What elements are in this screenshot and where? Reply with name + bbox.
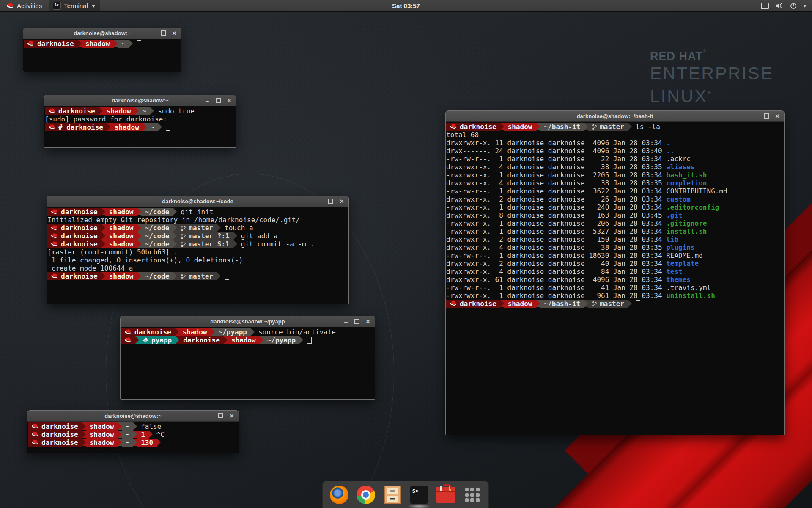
powerline-separator xyxy=(102,240,105,248)
output-text: uninstall.sh xyxy=(666,292,715,300)
minimize-button[interactable]: – xyxy=(207,413,213,419)
redhat-icon xyxy=(27,41,34,47)
powerline-separator xyxy=(129,40,133,47)
minimize-button[interactable]: – xyxy=(343,319,349,325)
output-text: drwxrwxr-x. 11 darknoise darknoise 4096 … xyxy=(446,139,666,147)
output-line: [master (root-commit) 50bcb63] . xyxy=(47,248,348,256)
terminal-window-code[interactable]: darknoise@shadow:~/code – × darknoisesha… xyxy=(47,196,349,304)
firefox-icon xyxy=(330,486,348,504)
window-titlebar[interactable]: darknoise@shadow:~/bash-it – × xyxy=(446,111,784,122)
output-text: drwxrwxr-x. 61 darknoise darknoise 4096 … xyxy=(446,276,666,284)
terminal-window-home-small[interactable]: darknoise@shadow:~ – × darknoiseshadow~ xyxy=(23,28,181,72)
output-line: -rwxrwxr-x. 1 darknoise darknoise 206 Ja… xyxy=(446,219,784,227)
close-button[interactable]: × xyxy=(365,319,371,325)
window-titlebar[interactable]: darknoise@shadow:~/code – × xyxy=(47,196,348,207)
dock-item-toolbox[interactable] xyxy=(436,485,455,505)
terminal-content[interactable]: darknoiseshadow~/codegit initInitialized… xyxy=(47,207,348,304)
terminal-content[interactable]: darknoiseshadow~ xyxy=(23,39,181,72)
prompt-line: darknoiseshadow~1^C xyxy=(28,431,239,439)
close-button[interactable]: × xyxy=(226,98,232,104)
output-line: drwxrwxr-x. 4 darknoise darknoise 38 Jan… xyxy=(446,179,784,187)
terminal-content[interactable]: darknoiseshadow~falsedarknoiseshadow~1^C… xyxy=(27,422,239,453)
powerline-separator xyxy=(500,123,504,130)
output-text: README.md xyxy=(666,251,703,260)
redhat-icon xyxy=(32,440,38,445)
prompt-segment-path: ~ xyxy=(139,107,151,115)
powerline-separator xyxy=(102,232,105,240)
maximize-button[interactable] xyxy=(328,199,334,204)
powerline-separator xyxy=(118,422,122,430)
maximize-button[interactable] xyxy=(160,30,166,36)
powerline-separator xyxy=(176,336,179,344)
maximize-button[interactable] xyxy=(215,98,221,104)
output-text: drwx------. 24 darknoise darknoise 4096 … xyxy=(446,147,666,155)
output-line: [sudo] password for darknoise: xyxy=(45,115,236,123)
dock-item-app-grid[interactable] xyxy=(463,485,482,505)
powerline-separator xyxy=(173,240,177,248)
window-titlebar[interactable]: darknoise@shadow:~/pyapp – × xyxy=(121,316,375,327)
powerline-separator xyxy=(158,123,162,131)
output-text: test xyxy=(666,268,683,276)
window-titlebar[interactable]: darknoise@shadow:~ – × xyxy=(23,28,181,39)
powerline-separator xyxy=(536,123,540,130)
window-controls: – × xyxy=(317,199,348,204)
window-titlebar[interactable]: darknoise@shadow:~ – × xyxy=(27,411,239,422)
system-status-area[interactable]: ▾ xyxy=(761,3,812,9)
minimize-button[interactable]: – xyxy=(317,199,323,204)
dock: $> xyxy=(322,481,489,508)
close-button[interactable]: × xyxy=(774,113,780,119)
minimize-button[interactable]: – xyxy=(204,98,210,104)
prompt-line: darknoiseshadow~/codemaster S:1git commi… xyxy=(47,240,348,248)
output-line: drwx------. 24 darknoise darknoise 4096 … xyxy=(446,147,784,155)
powerline-separator xyxy=(150,107,154,115)
prompt-segment-branch: master S:1 xyxy=(177,240,233,248)
file-manager-icon xyxy=(384,486,401,504)
powerline-separator xyxy=(133,422,137,430)
powerline-separator xyxy=(82,422,86,430)
running-indicator xyxy=(407,504,431,508)
window-title: darknoise@shadow:~/pyapp xyxy=(121,318,375,325)
output-text: lib xyxy=(666,235,678,243)
output-text: drwxrwxr-x. 4 darknoise darknoise 38 Jan… xyxy=(446,163,666,171)
terminal-content[interactable]: darknoiseshadow~/pyappsource bin/activat… xyxy=(121,327,375,400)
clock[interactable]: Sat 03:57 xyxy=(0,2,812,9)
app-grid-icon xyxy=(465,488,480,502)
output-line: drwxrwxr-x. 2 darknoise darknoise 26 Jan… xyxy=(446,195,784,203)
terminal-window-bash-it[interactable]: darknoise@shadow:~/bash-it – × darknoise… xyxy=(445,110,785,435)
output-text: bash_it.sh xyxy=(666,171,707,179)
maximize-button[interactable] xyxy=(763,113,769,119)
output-text: drwxrwxr-x. 8 darknoise darknoise 163 Ja… xyxy=(446,211,666,219)
output-text: .git xyxy=(666,211,683,219)
output-text: .ackrc xyxy=(666,155,691,163)
terminal-content[interactable]: darknoiseshadow~/bash-itmasterls -latota… xyxy=(446,122,784,435)
minimize-button[interactable]: – xyxy=(752,113,758,119)
redhat-icon xyxy=(32,424,38,429)
prompt-segment-user: darknoise xyxy=(28,439,82,447)
terminal-icon: $> xyxy=(410,486,428,504)
output-line: drwxrwxr-x. 11 darknoise darknoise 4096 … xyxy=(446,139,784,147)
terminal-window-sudo[interactable]: darknoise@shadow:~ – × darknoiseshadow~s… xyxy=(44,95,236,148)
terminal-window-pyapp[interactable]: darknoise@shadow:~/pyapp – × darknoisesh… xyxy=(120,316,375,400)
git-branch-icon xyxy=(181,233,186,239)
maximize-button[interactable] xyxy=(218,413,224,419)
output-line: Initialized empty Git repository in /hom… xyxy=(47,216,348,224)
terminal-window-exit-codes[interactable]: darknoise@shadow:~ – × darknoiseshadow~f… xyxy=(27,410,239,453)
redhat-icon xyxy=(51,273,58,279)
dock-item-terminal[interactable]: $> xyxy=(409,485,429,505)
close-button[interactable]: × xyxy=(171,30,177,36)
dock-item-chrome[interactable] xyxy=(356,485,376,505)
minimize-button[interactable]: – xyxy=(149,30,155,36)
dock-item-firefox[interactable] xyxy=(329,485,349,505)
close-button[interactable]: × xyxy=(229,413,235,419)
dock-item-files[interactable] xyxy=(383,485,402,505)
terminal-content[interactable]: darknoiseshadow~sudo true[sudo] password… xyxy=(44,106,236,148)
output-line: 1 file changed, 0 insertions(+), 0 delet… xyxy=(47,256,348,264)
command-text: source bin/activate xyxy=(258,328,336,336)
output-line: drwxrwxr-x. 4 darknoise darknoise 38 Jan… xyxy=(446,163,784,171)
close-button[interactable]: × xyxy=(339,199,345,204)
redhat-icon xyxy=(49,108,55,114)
prompt-segment-user: darknoise xyxy=(446,123,500,131)
powerline-separator xyxy=(224,336,228,344)
maximize-button[interactable] xyxy=(354,319,360,325)
window-titlebar[interactable]: darknoise@shadow:~ – × xyxy=(44,95,236,106)
